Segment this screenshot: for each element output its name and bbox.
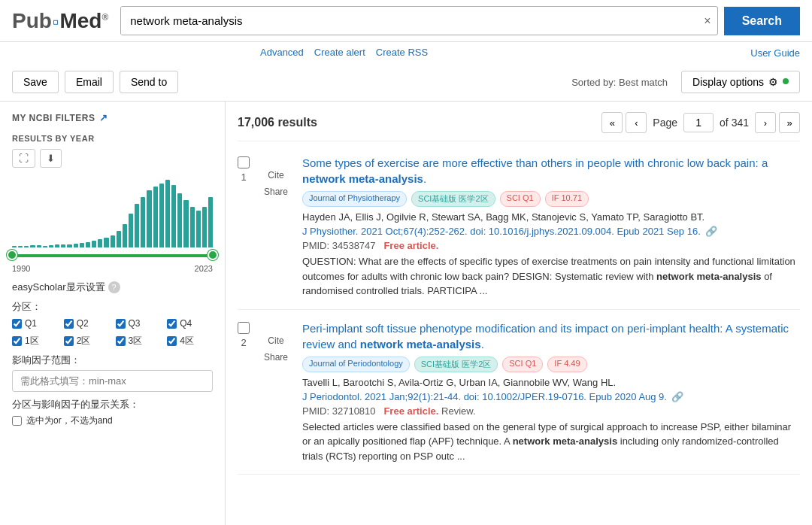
search-input[interactable]: [121, 7, 698, 35]
article-checkbox[interactable]: [238, 322, 250, 334]
checkbox-item: 2区: [64, 335, 110, 347]
checkbox-label: Q3: [129, 318, 141, 329]
highlighted-term: network meta-analysis: [513, 435, 617, 447]
checkbox-item: Q4: [167, 318, 213, 329]
search-bar: ×: [120, 6, 717, 35]
advanced-link[interactable]: Advanced: [260, 47, 304, 59]
article-checkbox[interactable]: [238, 156, 250, 168]
bar: [49, 245, 53, 247]
badge-sci-red: SCI Q1: [500, 191, 541, 207]
main-layout: MY NCBI FILTERS ↗ RESULTS BY YEAR ⛶ ⬇ 19…: [0, 102, 812, 525]
checkbox-num[interactable]: [167, 336, 177, 346]
bar: [196, 211, 201, 248]
save-button[interactable]: Save: [12, 71, 59, 93]
sidebar: MY NCBI FILTERS ↗ RESULTS BY YEAR ⛶ ⬇ 19…: [0, 102, 226, 525]
page-input[interactable]: [683, 113, 714, 132]
bar: [171, 185, 176, 247]
search-button[interactable]: Search: [724, 7, 800, 35]
badge-sci-green: SCI基础版 医学2区: [414, 357, 498, 372]
user-guide-link[interactable]: User Guide: [750, 47, 800, 59]
prev-page-button[interactable]: ‹: [626, 112, 647, 133]
article-number: 2: [241, 337, 246, 348]
create-rss-link[interactable]: Create RSS: [376, 47, 428, 59]
expand-chart-button[interactable]: ⛶: [12, 149, 35, 168]
easyscholar-title: easyScholar显示设置 ?: [12, 281, 213, 294]
logo-text: Pub▫Med®: [12, 9, 108, 33]
share-label[interactable]: Share: [264, 187, 288, 197]
bar: [208, 197, 213, 248]
page-of: of 341: [720, 117, 749, 129]
article-journal-info: J Physiother. 2021 Oct;67(4):252-262. do…: [302, 226, 800, 237]
article-abstract: QUESTION: What are the effects of specif…: [302, 254, 800, 299]
clear-button[interactable]: ×: [698, 8, 717, 34]
bar: [177, 193, 182, 247]
badge-sci-green: SCI基础版 医学2区: [411, 191, 495, 207]
bar: [61, 244, 65, 248]
article-pmid-line: PMID: 34538747 Free article.: [302, 240, 800, 251]
badge-journal: Journal of Periodontology: [302, 357, 410, 372]
slider-thumb-left[interactable]: [7, 250, 17, 260]
help-icon[interactable]: ?: [108, 281, 120, 293]
logo-pub: Pub: [12, 9, 52, 32]
checkbox-item: 3区: [116, 335, 162, 347]
checkbox-item: 4区: [167, 335, 213, 347]
download-chart-button[interactable]: ⬇: [40, 149, 62, 168]
checkbox-q[interactable]: [167, 319, 177, 329]
display-options-button[interactable]: Display options ⚙: [681, 71, 800, 93]
logo-bookmark: ▫: [53, 11, 59, 32]
checkbox-num[interactable]: [12, 336, 22, 346]
article-title-link[interactable]: Some types of exercise are more effectiv…: [302, 155, 800, 187]
slider-thumb-right[interactable]: [208, 250, 218, 260]
toolbar: Save Email Send to Sorted by: Best match…: [0, 63, 812, 102]
badge-if: IF 10.71: [545, 191, 589, 207]
checkbox-num[interactable]: [116, 336, 126, 346]
influence-input[interactable]: [12, 370, 213, 392]
journal-citation: J Physiother. 2021 Oct;67(4):252-262. do…: [302, 226, 701, 237]
article-authors: Hayden JA, Ellis J, Ogilvie R, Stewart S…: [302, 211, 800, 223]
article-item: 2 Cite Share Peri-implant soft tissue ph…: [238, 310, 800, 475]
external-link-icon[interactable]: ↗: [99, 112, 108, 123]
last-page-button[interactable]: »: [779, 112, 800, 133]
bar: [86, 242, 90, 247]
article-abstract: Selected articles were classified based …: [302, 420, 800, 464]
year-slider[interactable]: [12, 250, 213, 261]
display-rel-label: 分区与影响因子的显示关系：: [12, 398, 213, 411]
article-checkbox-col: 2: [238, 320, 250, 464]
logo: Pub▫Med®: [12, 9, 108, 33]
bar: [18, 246, 23, 247]
free-article-badge: Free article.: [383, 240, 438, 251]
cite-label[interactable]: Cite: [268, 170, 283, 181]
sorted-by-label: Sorted by: Best match: [571, 77, 668, 88]
bar: [104, 238, 108, 247]
sub-header: Advanced Create alert Create RSS User Gu…: [0, 42, 812, 63]
share-label[interactable]: Share: [264, 352, 288, 363]
bar: [123, 224, 127, 248]
badges: Journal of PhysiotherapySCI基础版 医学2区SCI Q…: [302, 191, 800, 207]
email-button[interactable]: Email: [65, 71, 114, 93]
bar: [153, 187, 158, 247]
article-main: Peri-implant soft tissue phenotype modif…: [302, 320, 800, 464]
article-title-link[interactable]: Peri-implant soft tissue phenotype modif…: [302, 320, 800, 352]
create-alert-link[interactable]: Create alert: [314, 47, 365, 59]
highlighted-term: network meta-analysis: [656, 271, 761, 282]
page-label: Page: [653, 117, 677, 129]
article-number: 1: [241, 171, 246, 183]
bar: [141, 197, 145, 248]
checkbox-q[interactable]: [64, 319, 74, 329]
next-page-button[interactable]: ›: [755, 112, 776, 133]
article-journal-info: J Periodontol. 2021 Jan;92(1):21-44. doi…: [302, 391, 800, 402]
q-checkboxes: Q1Q2Q3Q4: [12, 318, 213, 329]
display-options-label: Display options: [692, 76, 764, 88]
checkbox-q[interactable]: [116, 319, 126, 329]
send-to-button[interactable]: Send to: [120, 71, 178, 93]
checkbox-num[interactable]: [64, 336, 74, 346]
review-label: Review.: [438, 405, 475, 417]
display-rel-checkbox[interactable]: [12, 416, 22, 426]
checkbox-q[interactable]: [12, 319, 22, 329]
header: Pub▫Med® × Search: [0, 0, 812, 42]
title-text: .: [423, 172, 426, 185]
year-end-label: 2023: [195, 264, 213, 273]
cite-label[interactable]: Cite: [268, 335, 283, 346]
title-text: .: [481, 338, 484, 351]
first-page-button[interactable]: «: [601, 112, 623, 133]
